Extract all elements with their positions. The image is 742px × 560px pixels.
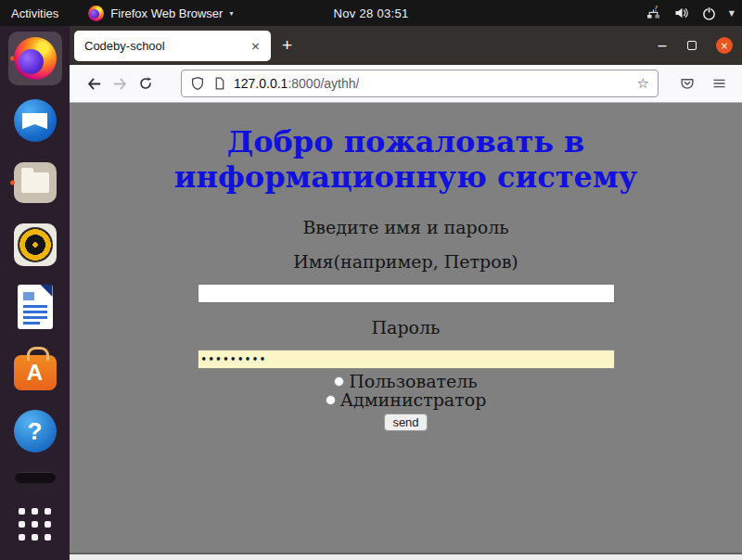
window-controls: − × (657, 26, 733, 65)
dock-item-files[interactable] (8, 156, 62, 210)
system-top-bar: Activities Firefox Web Browser ▾ Nov 28 … (0, 0, 742, 26)
radio-button-icon[interactable] (326, 395, 336, 405)
toolbar-right-icons (679, 76, 731, 92)
tab-close-icon[interactable]: × (250, 39, 261, 53)
dock-item-help[interactable]: ? (8, 404, 62, 458)
ubuntu-software-icon: A (14, 355, 57, 390)
forward-button[interactable] (107, 70, 133, 96)
password-label: Пароль (70, 317, 742, 337)
send-button[interactable]: send (384, 414, 427, 431)
reload-button[interactable] (133, 70, 159, 96)
back-button[interactable] (81, 70, 107, 96)
dock-item-rhythmbox[interactable] (8, 218, 62, 272)
menu-hamburger-icon[interactable] (711, 76, 727, 91)
dock-item-ubuntu-software[interactable]: A (8, 342, 62, 396)
volume-icon (673, 6, 689, 20)
url-bar[interactable]: 127.0.0.1:8000/aythh/ ☆ (181, 70, 659, 97)
minimized-window-icon (15, 472, 56, 483)
navigation-toolbar: 127.0.0.1:8000/aythh/ ☆ (70, 65, 742, 103)
bookmark-star-icon[interactable]: ☆ (637, 75, 649, 92)
system-status-area[interactable]: ? ▼ (646, 0, 735, 26)
back-arrow-icon (88, 79, 98, 88)
role-option-admin-label: Администратор (340, 391, 487, 409)
reload-icon (141, 79, 150, 88)
activities-button[interactable]: Activities (11, 6, 58, 20)
window-bottom-edge (70, 553, 742, 560)
thunderbird-icon (14, 99, 57, 142)
files-icon (14, 162, 57, 203)
dock: A ? (0, 26, 70, 560)
help-icon: ? (14, 410, 57, 452)
minimize-button[interactable]: − (657, 38, 668, 53)
new-tab-button[interactable]: + (282, 26, 292, 65)
firefox-icon (14, 37, 57, 80)
clock[interactable]: Nov 28 03:51 (334, 6, 409, 20)
desktop: Activities Firefox Web Browser ▾ Nov 28 … (0, 0, 742, 560)
name-input[interactable] (198, 284, 615, 303)
close-button[interactable]: × (716, 37, 733, 54)
web-page: Добро пожаловать в информационную систем… (70, 104, 742, 553)
dock-item-minimized-window[interactable] (8, 466, 62, 489)
tab-bar: Codeby-school × + − × (70, 26, 742, 65)
restore-button[interactable] (687, 41, 697, 50)
chevron-down-icon: ▾ (229, 9, 233, 18)
firefox-icon (88, 6, 104, 21)
url-path: :8000/aythh/ (288, 76, 359, 91)
app-menu[interactable]: Firefox Web Browser ▾ (88, 6, 233, 21)
pocket-icon[interactable] (679, 76, 696, 92)
login-prompt: Введите имя и пароль (70, 217, 742, 237)
svg-text:?: ? (654, 6, 658, 13)
firefox-window: Codeby-school × + − × (70, 26, 742, 553)
app-menu-label: Firefox Web Browser (110, 6, 223, 20)
dock-item-libreoffice-writer[interactable] (8, 280, 62, 334)
password-input[interactable] (198, 350, 615, 369)
radio-button-icon[interactable] (334, 376, 344, 387)
tab-title: Codeby-school (84, 39, 165, 53)
tab-codeby-school[interactable]: Codeby-school × (74, 31, 271, 61)
role-option-admin[interactable]: Администратор (70, 391, 742, 409)
url-host: 127.0.0.1 (234, 76, 288, 91)
running-indicator (10, 181, 15, 185)
dock-item-thunderbird[interactable] (8, 94, 62, 147)
role-option-user[interactable]: Пользователь (70, 373, 742, 390)
role-option-user-label: Пользователь (349, 373, 477, 390)
system-menu-chevron-icon: ▼ (729, 9, 735, 18)
forward-arrow-icon (114, 79, 124, 88)
network-question-icon: ? (646, 6, 661, 20)
url-text[interactable]: 127.0.0.1:8000/aythh/ (234, 76, 359, 91)
power-icon (701, 6, 717, 21)
page-info-icon[interactable] (212, 76, 226, 91)
libreoffice-writer-icon (18, 285, 53, 329)
name-label: Имя(например, Петров) (70, 251, 742, 272)
rhythmbox-icon (14, 223, 57, 266)
app-grid-icon (19, 508, 51, 541)
dock-item-app-grid[interactable] (8, 497, 62, 551)
page-title: Добро пожаловать в информационную систем… (100, 124, 712, 195)
dock-item-firefox[interactable] (8, 32, 62, 85)
shield-icon[interactable] (190, 76, 205, 91)
